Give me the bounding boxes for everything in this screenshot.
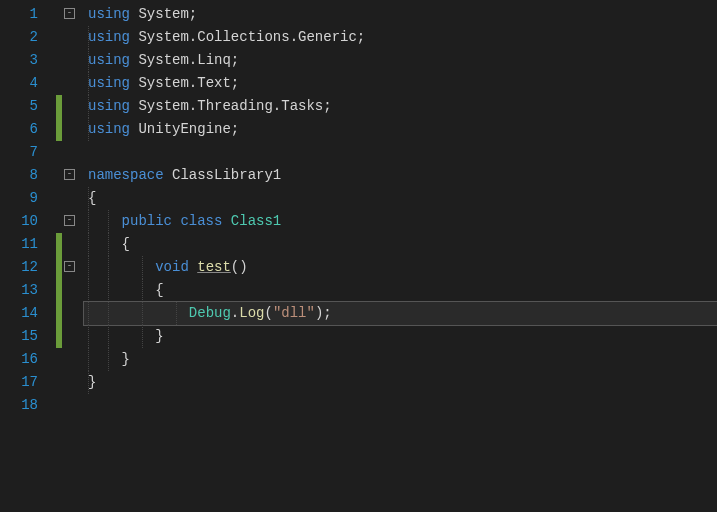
code-content[interactable]: using System;using System.Collections.Ge… [84,0,717,512]
indent-guide [108,279,109,302]
line-number-gutter: 123456789101112131415161718 [0,0,56,512]
code-token: System.Collections.Generic [138,29,356,45]
margin-row [56,118,84,141]
indent-guide [88,26,89,49]
line-number: 8 [0,164,56,187]
line-number: 1 [0,3,56,26]
code-token [88,305,189,321]
indent-guide [88,325,89,348]
indent-guide [88,210,89,233]
fold-toggle-icon[interactable]: - [64,169,75,180]
code-line[interactable]: { [84,187,717,210]
code-token: "dll" [273,305,315,321]
code-line[interactable] [84,394,717,417]
line-number: 5 [0,95,56,118]
margin-row: - [56,256,84,279]
code-token: public class [122,213,231,229]
code-line[interactable]: Debug.Log("dll"); [84,302,717,325]
code-token [88,213,122,229]
indent-guide [88,95,89,118]
indent-guide [176,302,177,325]
line-number: 10 [0,210,56,233]
change-indicator [56,302,62,325]
indent-guide [108,256,109,279]
margin-row [56,302,84,325]
code-token: { [88,190,96,206]
indent-guide [108,233,109,256]
margin-row [56,325,84,348]
indent-guide [108,302,109,325]
fold-toggle-icon[interactable]: - [64,8,75,19]
indent-guide [88,233,89,256]
code-token: } [88,328,164,344]
code-token: using [88,29,138,45]
code-line[interactable]: using System.Linq; [84,49,717,72]
code-token: ; [323,305,331,321]
code-line[interactable]: using System.Threading.Tasks; [84,95,717,118]
change-indicator [56,325,62,348]
code-token: namespace [88,167,172,183]
margin-row [56,49,84,72]
code-line[interactable]: void test() [84,256,717,279]
margin-row [56,141,84,164]
fold-toggle-icon[interactable]: - [64,261,75,272]
margin-row [56,371,84,394]
code-token: . [231,305,239,321]
margin-row: - [56,3,84,26]
code-token: System.Linq [138,52,230,68]
fold-toggle-icon[interactable]: - [64,215,75,226]
code-token: ; [231,52,239,68]
margin-row [56,95,84,118]
code-token: using [88,6,138,22]
code-token: test [197,259,231,275]
line-number: 9 [0,187,56,210]
indent-guide [142,256,143,279]
margin-row [56,233,84,256]
code-token: ; [231,75,239,91]
code-line[interactable]: public class Class1 [84,210,717,233]
code-line[interactable] [84,141,717,164]
margin-row [56,348,84,371]
code-line[interactable]: using UnityEngine; [84,118,717,141]
code-line[interactable]: using System.Text; [84,72,717,95]
indent-guide [108,325,109,348]
margin-row [56,279,84,302]
indent-guide [88,72,89,95]
indent-guide [142,279,143,302]
code-line[interactable]: { [84,279,717,302]
code-token: () [231,259,248,275]
code-token: UnityEngine [138,121,230,137]
line-number: 17 [0,371,56,394]
code-line[interactable]: namespace ClassLibrary1 [84,164,717,187]
line-number: 6 [0,118,56,141]
line-number: 14 [0,302,56,325]
code-token: ; [323,98,331,114]
code-line[interactable]: using System.Collections.Generic; [84,26,717,49]
code-token: void [155,259,197,275]
code-token: } [88,374,96,390]
code-line[interactable]: } [84,371,717,394]
line-number: 11 [0,233,56,256]
line-number: 7 [0,141,56,164]
indent-guide [88,187,89,210]
code-token: ( [264,305,272,321]
change-indicator [56,279,62,302]
code-editor[interactable]: 123456789101112131415161718 ---- using S… [0,0,717,512]
code-line[interactable]: } [84,325,717,348]
indent-guide [88,302,89,325]
change-indicator [56,118,62,141]
code-token: System.Threading.Tasks [138,98,323,114]
code-token: ClassLibrary1 [172,167,281,183]
code-token: using [88,98,138,114]
code-token: { [88,282,164,298]
code-line[interactable]: { [84,233,717,256]
code-line[interactable]: using System; [84,3,717,26]
line-number: 2 [0,26,56,49]
line-number: 12 [0,256,56,279]
code-token: Log [239,305,264,321]
code-line[interactable]: } [84,348,717,371]
code-token [88,259,155,275]
code-token: using [88,121,138,137]
indent-guide [88,256,89,279]
indent-guide [88,371,89,394]
